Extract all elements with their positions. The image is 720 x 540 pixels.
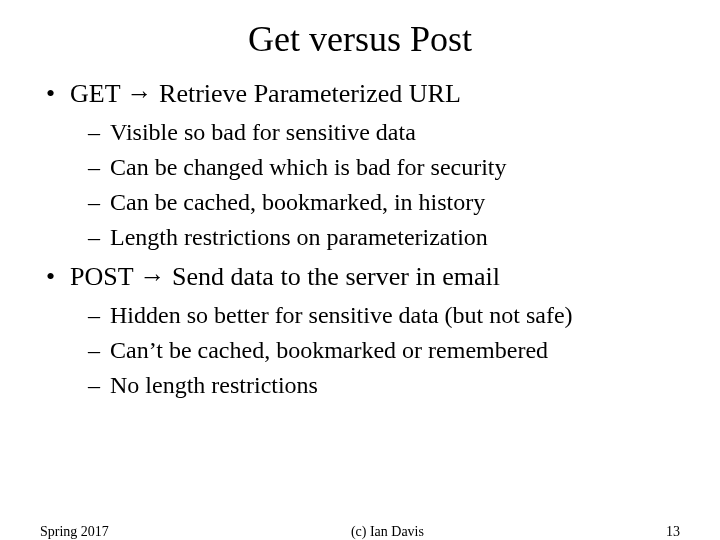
footer: Spring 2017 (c) Ian Davis 13 — [0, 524, 720, 540]
footer-page-number: 13 — [666, 524, 680, 540]
footer-left: Spring 2017 — [40, 524, 109, 540]
sub-bullet: No length restrictions — [40, 370, 680, 401]
slide: Get versus Post GET → Retrieve Parameter… — [0, 18, 720, 540]
sub-bullet: Hidden so better for sensitive data (but… — [40, 300, 680, 331]
bullet-get: GET → Retrieve Parameterized URL — [40, 78, 680, 111]
bullet-group-post: POST → Send data to the server in email … — [40, 261, 680, 401]
sub-bullet: Length restrictions on parameterization — [40, 222, 680, 253]
sub-bullet: Can be cached, bookmarked, in history — [40, 187, 680, 218]
sub-bullet: Visible so bad for sensitive data — [40, 117, 680, 148]
bullet-group-get: GET → Retrieve Parameterized URL Visible… — [40, 78, 680, 253]
content: GET → Retrieve Parameterized URL Visible… — [0, 78, 720, 401]
sub-bullet: Can be changed which is bad for security — [40, 152, 680, 183]
bullet-post: POST → Send data to the server in email — [40, 261, 680, 294]
sub-bullet: Can’t be cached, bookmarked or remembere… — [40, 335, 680, 366]
footer-center: (c) Ian Davis — [109, 524, 666, 540]
page-title: Get versus Post — [0, 18, 720, 60]
